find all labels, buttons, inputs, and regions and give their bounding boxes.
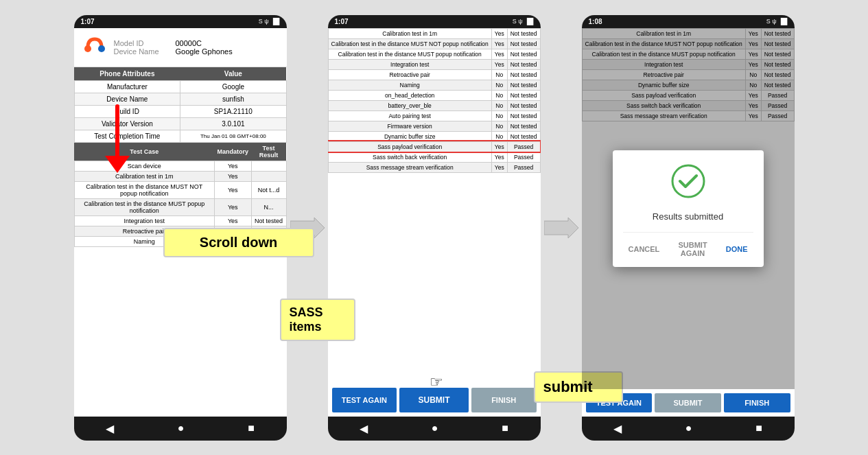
screen2-container: 1:07 S ψ ▐█ Calibration test in 1m Yes N… [328, 15, 541, 441]
table-row: Test Completion Time Thu Jan 01 08 GMT+0… [74, 130, 286, 142]
case-cell: Calibration test in the distance MUST po… [328, 49, 491, 59]
submit-button-2[interactable]: SUBMIT [399, 388, 469, 412]
recent-button-1[interactable]: ■ [248, 422, 255, 434]
signal-icon-2: S ψ [513, 18, 523, 25]
device-name-label: Device Name [114, 47, 165, 56]
device-name-value: Google Gphones [176, 47, 233, 56]
table-row: Retroactive pair No Not tested [328, 69, 540, 80]
results-submitted-text: Results submitted [623, 211, 753, 222]
recent-button-2[interactable]: ■ [502, 422, 508, 434]
mandatory-cell: Yes [491, 28, 507, 38]
svg-point-1 [98, 45, 105, 52]
result-cell: Not tested [507, 49, 540, 59]
screen3-main: Calibration test in 1m Yes Not tested Ca… [582, 28, 795, 389]
mandatory-cell: No [491, 110, 507, 121]
case-cell: Dynamic buffer size [328, 131, 491, 141]
bottom-nav-3: ◀ ● ■ [582, 417, 795, 441]
scroll-arrow-down [105, 156, 130, 173]
attr-cell: Manufacturer [74, 80, 180, 93]
result-cell: Not tested [507, 59, 540, 69]
time-3: 1:08 [589, 18, 602, 25]
result-cell: Not tested [507, 121, 540, 131]
back-button-1[interactable]: ◀ [106, 422, 114, 435]
test-case-col: Test Case [74, 143, 215, 161]
mandatory-cell: No [491, 80, 507, 90]
case-cell: Firmware version [328, 121, 491, 131]
attr-col-header: Phone Attributes [74, 67, 180, 81]
success-check-icon [623, 164, 753, 205]
mandatory-cell: No [491, 90, 507, 100]
attr-cell: Validator Version [74, 117, 180, 130]
case-cell: battery_over_ble [328, 100, 491, 110]
status-icons-1: S ψ ▐█ [259, 18, 280, 25]
submit-again-button[interactable]: SUBMIT AGAIN [672, 238, 713, 260]
attr-cell: Test Completion Time [74, 130, 180, 142]
time-2: 1:07 [335, 18, 349, 25]
table-row: Sass message stream verification Yes Pas… [328, 162, 540, 172]
mandatory-cell: Yes [491, 162, 507, 172]
result-cell: Not tested [507, 131, 540, 141]
battery-icon-3: ▐█ [779, 18, 788, 25]
result-cell: Passed [507, 141, 540, 152]
result-cell: Not t...d [251, 181, 286, 198]
svg-point-4 [672, 165, 704, 197]
screen3-container: 1:08 S ψ ▐█ Calibration test in 1m Yes N… [582, 15, 795, 441]
cancel-dialog-button[interactable]: CANCEL [623, 238, 666, 260]
home-button-2[interactable]: ● [432, 422, 438, 434]
case-cell: Sass message stream verification [328, 162, 491, 172]
table-row: Naming No Not tested [328, 80, 540, 90]
recent-button-3[interactable]: ■ [755, 422, 762, 434]
mandatory-cell: No [491, 131, 507, 141]
case-cell: Retroactive pair [328, 69, 491, 80]
result-col: Test Result [251, 143, 286, 161]
model-id-label: Model ID [114, 39, 165, 47]
model-header-1: Model ID 00000C Device Name Google Gphon… [74, 28, 287, 67]
logo-1 [81, 34, 108, 61]
home-button-1[interactable]: ● [178, 422, 185, 434]
case-cell: Integration test [328, 59, 491, 69]
test-again-button-2[interactable]: TEST AGAIN [332, 388, 397, 412]
cursor-overlay: ☞ [430, 373, 443, 391]
case-cell: Calibration test in the distance MUST NO… [328, 38, 491, 49]
result-cell: Not tested [507, 110, 540, 121]
screen2-content: Calibration test in 1m Yes Not tested Ca… [328, 28, 541, 384]
finish-button-3[interactable]: FINISH [724, 393, 790, 412]
value-cell: Google [180, 80, 286, 93]
table-row: Device Name sunfish [74, 93, 286, 105]
case-cell: Integration test [74, 215, 215, 226]
table-row: battery_over_ble No Not tested [328, 100, 540, 110]
time-1: 1:07 [81, 18, 95, 25]
table-row: Dynamic buffer size No Not tested [328, 131, 540, 141]
svg-marker-3 [544, 218, 578, 238]
back-button-3[interactable]: ◀ [613, 422, 622, 435]
submit-button-3[interactable]: SUBMIT [655, 393, 721, 412]
phone-frame-3: 1:08 S ψ ▐█ Calibration test in 1m Yes N… [582, 15, 795, 441]
result-cell: Not tested [507, 28, 540, 38]
mandatory-cell: Yes [491, 152, 507, 162]
results-dialog: Results submitted CANCEL SUBMIT AGAIN DO… [613, 150, 764, 267]
table-row: Calibration test in 1m Yes Not tested [328, 28, 540, 38]
value-cell: SP1A.21110 [180, 105, 286, 117]
table-row: Calibration test in the distance MUST NO… [328, 38, 540, 49]
phone-attrs-body: Manufacturer Google Device Name sunfish … [74, 80, 286, 142]
attr-cell: Device Name [74, 93, 180, 105]
value-cell: Thu Jan 01 08 GMT+08:00 [180, 130, 286, 142]
table-row: Calibration test in the distance MUST po… [74, 198, 286, 215]
home-button-3[interactable]: ● [685, 422, 692, 434]
case-cell: Sass payload verification [328, 141, 491, 152]
mandatory-cell: Yes [215, 198, 252, 215]
battery-icon-2: ▐█ [525, 18, 534, 25]
model-id-value: 00000C [176, 39, 202, 47]
result-cell: Not tested [507, 38, 540, 49]
table-row: Firmware version No Not tested [328, 121, 540, 131]
phone-screen-3: 1:08 S ψ ▐█ Calibration test in 1m Yes N… [582, 15, 795, 441]
mandatory-cell: Yes [491, 49, 507, 59]
value-cell: 3.0.101 [180, 117, 286, 130]
mandatory-cell: No [491, 100, 507, 110]
table-row: Calibration test in the distance MUST po… [328, 49, 540, 59]
scroll-annotation-text: Scroll down [200, 235, 277, 250]
finish-button-2[interactable]: FINISH [471, 388, 537, 412]
done-button[interactable]: DONE [720, 238, 753, 260]
table-row: Integration test Yes Not tested [328, 59, 540, 69]
back-button-2[interactable]: ◀ [360, 422, 368, 435]
